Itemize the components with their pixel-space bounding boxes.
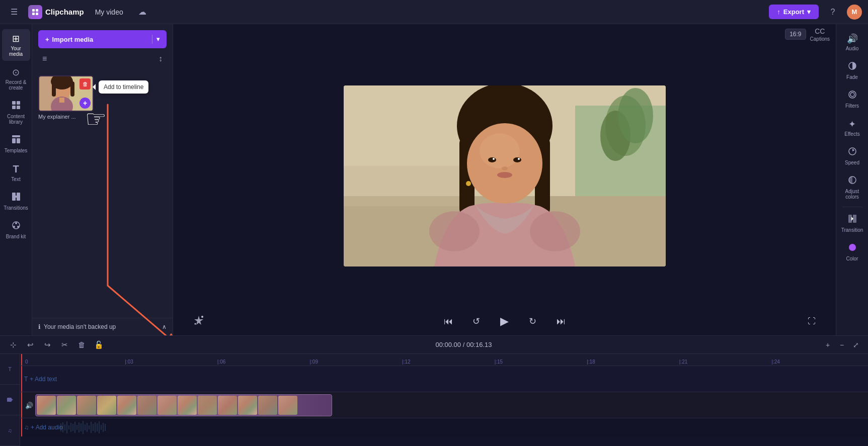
redo-button[interactable]: ↪: [40, 338, 54, 352]
left-sidebar: ⊞ Your media ⊙ Record & create Content l…: [0, 24, 32, 335]
svg-rect-65: [64, 424, 65, 430]
add-audio-button[interactable]: ♫ + Add audio: [24, 424, 63, 431]
sidebar-item-label: Your media: [4, 46, 28, 57]
svg-rect-12: [17, 193, 20, 201]
sidebar-item-text[interactable]: T Text: [2, 159, 30, 186]
backup-notice[interactable]: ℹ Your media isn't backed up ∧: [32, 318, 173, 335]
clip-frames: [36, 395, 298, 416]
tool-speed[interactable]: Speed: [838, 143, 866, 169]
content-library-icon: [12, 101, 21, 112]
sidebar-item-record-create[interactable]: ⊙ Record & create: [2, 63, 30, 95]
topbar: ☰ Clipchamp My video ☁ ↑ Export ▾ ? M: [0, 0, 868, 24]
video-clip[interactable]: [35, 394, 332, 416]
timeline-content: T ♫ 0 |:03 |:06 |:09 |:12 |:15: [0, 354, 868, 446]
sidebar-item-your-media[interactable]: ⊞ Your media: [2, 29, 30, 61]
tool-filters[interactable]: Filters: [838, 86, 866, 113]
sidebar-item-transitions[interactable]: Transitions: [2, 188, 30, 215]
svg-rect-70: [74, 422, 75, 433]
tool-transition[interactable]: Transition: [838, 210, 866, 237]
play-button[interactable]: ▶: [496, 312, 514, 330]
add-text-button[interactable]: T + Add text: [24, 376, 57, 383]
tool-adjust-colors[interactable]: Adjust colors: [838, 171, 866, 204]
forward-button[interactable]: ↻: [524, 312, 542, 330]
help-button[interactable]: ?: [825, 4, 841, 20]
preview-top-bar: 16:9 CC Captions: [173, 24, 836, 44]
tool-effects[interactable]: ✦ Effects: [838, 115, 866, 141]
svg-rect-72: [78, 422, 80, 432]
fade-icon: [848, 61, 857, 73]
sidebar-item-brand-kit[interactable]: Brand kit: [2, 217, 30, 243]
svg-rect-81: [97, 423, 98, 431]
cut-button[interactable]: ✂: [57, 338, 71, 352]
cursor-tool-button[interactable]: ⊹: [6, 338, 20, 352]
undo-button[interactable]: ↩: [23, 338, 37, 352]
media-thumbnail[interactable]: 🗑 +: [38, 75, 94, 112]
tool-fade[interactable]: Fade: [838, 57, 866, 84]
logo-icon: [28, 5, 42, 19]
media-item-explainer[interactable]: 🗑 + My explainer ... Add to timeline: [38, 75, 94, 120]
hamburger-menu-button[interactable]: ☰: [6, 4, 22, 20]
tool-label: Transition: [841, 227, 863, 233]
tool-audio[interactable]: 🔊 Audio: [838, 29, 866, 55]
add-media-button[interactable]: +: [80, 98, 91, 109]
svg-rect-63: [60, 423, 61, 431]
svg-rect-9: [12, 138, 16, 143]
right-sidebar: 🔊 Audio Fade Filters ✦ Effects: [836, 24, 868, 335]
svg-rect-82: [99, 421, 100, 433]
preview-controls: ⏮ ↺ ▶ ↻ ⏭ ⛶: [173, 307, 836, 335]
zoom-in-button[interactable]: +: [822, 339, 834, 351]
aspect-ratio-button[interactable]: 16:9: [785, 29, 806, 40]
app-name: Clipchamp: [45, 8, 84, 16]
svg-rect-69: [72, 424, 73, 431]
fullscreen-button[interactable]: ⛶: [808, 317, 816, 326]
rewind-button[interactable]: ↺: [467, 312, 486, 330]
tool-color[interactable]: Color: [838, 239, 866, 265]
zoom-fit-button[interactable]: ⤢: [850, 339, 862, 351]
magic-compose-button[interactable]: [193, 315, 204, 328]
video-frame: [344, 85, 666, 266]
audio-track-row: ♫ + Add audio: [20, 418, 868, 436]
svg-rect-5: [17, 101, 20, 105]
timeline-zoom: + − ⤢: [822, 339, 862, 351]
sidebar-item-content-library[interactable]: Content library: [2, 97, 30, 129]
svg-rect-0: [32, 9, 35, 12]
skip-forward-button[interactable]: ⏭: [552, 312, 570, 330]
lock-button[interactable]: 🔓: [92, 338, 106, 352]
media-grid: 🗑 + My explainer ... Add to timeline: [32, 71, 173, 124]
captions-button[interactable]: CC Captions: [810, 27, 830, 42]
tool-label: Speed: [845, 160, 859, 165]
svg-rect-85: [105, 424, 106, 431]
sidebar-item-label: Transitions: [4, 205, 28, 211]
sidebar-item-label: Content library: [4, 114, 28, 125]
avatar[interactable]: M: [847, 5, 862, 20]
video-title[interactable]: My video: [90, 6, 128, 18]
svg-rect-25: [59, 98, 64, 103]
export-button[interactable]: ↑ Export ▾: [769, 5, 819, 19]
skip-back-button[interactable]: ⏮: [439, 312, 457, 330]
svg-rect-34: [344, 166, 469, 206]
video-track-label: [0, 385, 20, 415]
color-icon: [848, 243, 857, 254]
cloud-sync-icon[interactable]: ☁: [134, 4, 150, 20]
media-toolbar: ≡ ↕: [38, 52, 167, 65]
svg-rect-22: [52, 81, 56, 97]
main-area: ⊞ Your media ⊙ Record & create Content l…: [0, 24, 868, 335]
sort-button[interactable]: ↕: [156, 52, 165, 65]
delete-media-button[interactable]: 🗑: [80, 78, 91, 90]
svg-point-15: [15, 222, 17, 224]
clip-frame: [97, 396, 116, 415]
zoom-out-button[interactable]: −: [836, 339, 848, 351]
tool-label: Adjust colors: [840, 189, 864, 200]
timeline-time-display: 00:00.00 / 00:16.13: [109, 341, 819, 348]
filter-button[interactable]: ≡: [40, 52, 49, 65]
import-media-button[interactable]: + Import media ▾: [38, 30, 167, 48]
sidebar-item-templates[interactable]: Templates: [2, 131, 30, 157]
add-text-icon: T: [24, 376, 28, 383]
svg-rect-3: [36, 13, 38, 15]
svg-rect-80: [95, 422, 96, 432]
clip-frame: [117, 396, 136, 415]
delete-button[interactable]: 🗑: [74, 338, 89, 352]
timeline-ruler: 0 |:03 |:06 |:09 |:12 |:15 |:18 |:21 |:2…: [20, 354, 868, 366]
clip-frame: [77, 396, 96, 415]
svg-point-32: [618, 88, 653, 143]
